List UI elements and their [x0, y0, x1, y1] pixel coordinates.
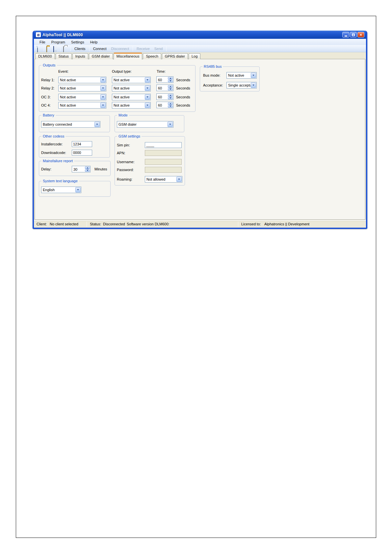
print-button[interactable]	[63, 46, 68, 51]
relay2-time-stepper[interactable]	[156, 85, 173, 91]
oc4-event-value: Not active	[59, 103, 100, 107]
chevron-down-icon[interactable]	[145, 86, 150, 91]
status-client-value: No client selected	[50, 222, 78, 226]
statusbar-separator	[87, 221, 87, 227]
tab-miscellaneous[interactable]: Miscellaneous	[114, 53, 143, 60]
oc3-time-input[interactable]	[157, 94, 168, 100]
menu-file[interactable]: File	[37, 39, 48, 45]
minimize-icon	[345, 36, 347, 37]
chevron-up-icon[interactable]	[168, 77, 173, 80]
other-codes-group: Other codess Installercode: Downloadcode…	[39, 136, 110, 158]
tab-log[interactable]: Log	[189, 53, 200, 59]
installercode-label: Installercode:	[41, 142, 63, 146]
chevron-down-icon[interactable]	[100, 94, 106, 100]
relay1-time-stepper[interactable]	[156, 76, 173, 83]
oc3-time-stepper[interactable]	[156, 93, 173, 100]
mode-caption: Mode	[117, 113, 129, 117]
chevron-up-icon[interactable]	[168, 85, 173, 88]
relay1-event-select[interactable]: Not active	[58, 77, 106, 83]
installercode-field[interactable]	[72, 141, 92, 147]
oc4-label: OC 4:	[41, 103, 51, 108]
delay-unit-label: Minutes	[94, 167, 107, 171]
tab-gprs-dialer[interactable]: GPRS dialer	[162, 53, 188, 59]
oc4-output-type-select[interactable]: Not active	[112, 102, 151, 109]
chevron-down-icon[interactable]	[168, 80, 173, 83]
titlebar: α AlphaTool || DLM600 ×	[34, 31, 366, 39]
tab-speech[interactable]: Speech	[143, 53, 161, 59]
column-header-time: Time:	[157, 69, 166, 74]
new-document-button[interactable]	[37, 46, 41, 51]
menu-settings[interactable]: Settings	[68, 39, 87, 45]
relay1-time-input[interactable]	[157, 77, 168, 83]
tab-dlm600[interactable]: DLM600	[35, 53, 55, 59]
chevron-down-icon[interactable]	[168, 88, 173, 91]
other-codes-caption: Other codess	[41, 134, 65, 138]
username-label: Username:	[117, 160, 135, 164]
chevron-up-icon[interactable]	[168, 94, 173, 97]
gsm-settings-caption: GSM settings	[117, 134, 142, 138]
app-icon: α	[36, 32, 41, 37]
oc3-event-select[interactable]: Not active	[58, 94, 106, 100]
bus-mode-select[interactable]: Not active	[226, 72, 257, 79]
chevron-down-icon[interactable]	[176, 177, 182, 182]
chevron-down-icon[interactable]	[100, 77, 106, 83]
minimize-button[interactable]	[342, 32, 349, 38]
delay-stepper[interactable]	[72, 166, 91, 172]
chevron-up-icon[interactable]	[168, 102, 173, 105]
open-button[interactable]	[46, 46, 51, 51]
downloadcode-field[interactable]	[72, 150, 92, 156]
delay-input[interactable]	[72, 166, 85, 172]
battery-select[interactable]: Battery connected	[41, 121, 100, 128]
apn-field	[145, 150, 182, 156]
chevron-down-icon[interactable]	[100, 103, 106, 108]
save-button[interactable]	[53, 46, 58, 51]
chevron-down-icon[interactable]	[145, 103, 150, 108]
roaming-select[interactable]: Not allowed	[145, 176, 182, 183]
relay1-output-type-select[interactable]: Not active	[112, 77, 151, 83]
new-document-icon	[37, 46, 38, 52]
maximize-button[interactable]	[350, 32, 357, 38]
tab-status[interactable]: Status	[56, 53, 72, 59]
mode-select[interactable]: GSM dialer	[117, 121, 173, 128]
status-version-text: Software version DLM600:	[127, 222, 170, 226]
delay-label: Delay:	[41, 167, 51, 171]
tabpage-miscellaneous: Outputs Event: Output type: Time: Relay …	[35, 59, 365, 220]
chevron-down-icon[interactable]	[168, 122, 173, 127]
chevron-down-icon[interactable]	[168, 97, 173, 100]
clients-button[interactable]: Clients	[72, 46, 88, 51]
chevron-down-icon[interactable]	[85, 169, 90, 172]
sim-pin-field[interactable]	[145, 142, 182, 148]
window-controls: ×	[342, 32, 364, 38]
relay2-event-select[interactable]: Not active	[58, 85, 106, 91]
acceptance-select[interactable]: Single acceptance	[226, 82, 257, 88]
menu-program[interactable]: Program	[48, 39, 68, 45]
relay2-unit-label: Seconds	[176, 86, 190, 90]
chevron-down-icon[interactable]	[100, 86, 106, 91]
oc4-time-stepper[interactable]	[156, 102, 173, 108]
language-select[interactable]: English	[41, 187, 81, 193]
oc3-output-type-select[interactable]: Not active	[112, 94, 151, 100]
menu-help[interactable]: Help	[87, 39, 101, 45]
chevron-down-icon[interactable]	[94, 122, 100, 127]
oc4-time-input[interactable]	[157, 102, 168, 108]
battery-caption: Battery	[41, 113, 56, 117]
chevron-up-icon[interactable]	[85, 166, 90, 169]
chevron-down-icon[interactable]	[145, 77, 150, 83]
relay2-output-type-select[interactable]: Not active	[112, 85, 151, 91]
toolbar-separator	[89, 46, 90, 51]
relay2-label: Relay 2:	[41, 86, 54, 90]
chevron-down-icon[interactable]	[145, 94, 150, 100]
chevron-down-icon[interactable]	[251, 73, 256, 78]
relay2-time-input[interactable]	[157, 85, 168, 91]
close-button[interactable]: ×	[357, 32, 364, 38]
oc4-event-select[interactable]: Not active	[58, 102, 106, 109]
tab-inputs[interactable]: Inputs	[72, 53, 88, 59]
chevron-down-icon[interactable]	[251, 83, 256, 88]
tab-gsm-dialer[interactable]: GSM dialer	[89, 53, 113, 59]
column-header-output-type: Output type:	[112, 69, 132, 74]
connect-button[interactable]: Connect	[91, 46, 109, 51]
chevron-down-icon[interactable]	[75, 187, 81, 192]
oc4-output-type-value: Not active	[112, 103, 144, 107]
chevron-down-icon[interactable]	[168, 105, 173, 108]
statusbar: Client: No client selected Status: Disco…	[34, 220, 366, 228]
